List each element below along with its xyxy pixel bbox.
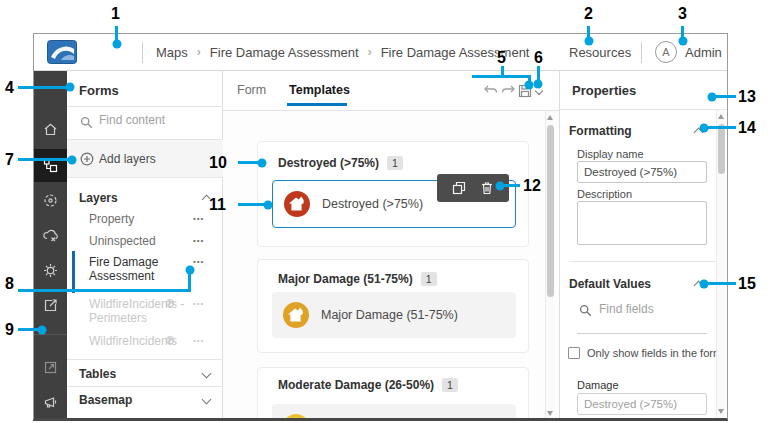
callout-8: 8 — [5, 275, 14, 293]
nav-collapse-button[interactable]: » — [34, 419, 67, 421]
scroll-up-arrow[interactable] — [547, 115, 553, 120]
tables-section-header[interactable]: Tables — [79, 367, 116, 381]
chevron-down-icon[interactable] — [202, 395, 212, 405]
add-circle-icon — [80, 152, 94, 166]
display-name-input[interactable] — [577, 161, 707, 183]
group-title: Moderate Damage (26-50%) — [278, 378, 434, 392]
callout-8-line — [18, 289, 191, 292]
nav-geofences-button[interactable] — [34, 184, 67, 217]
breadcrumb-separator: › — [197, 45, 201, 59]
callout-6-line — [537, 66, 540, 80]
damage-field-label: Damage — [577, 379, 619, 391]
group-count-badge: 1 — [442, 378, 458, 392]
nav-open-in-map-viewer-button[interactable] — [34, 351, 67, 384]
layer-options-menu[interactable]: ••• — [193, 236, 204, 245]
scroll-down-arrow[interactable] — [547, 411, 553, 416]
group-header: Destroyed (>75%) 1 — [278, 156, 403, 170]
resources-menu[interactable]: Resources — [569, 34, 631, 70]
callout-2: 2 — [584, 5, 593, 23]
canvas-scrollbar[interactable] — [545, 111, 554, 421]
layer-options-menu[interactable]: ••• — [193, 214, 204, 223]
nav-settings-button[interactable] — [34, 254, 67, 287]
callout-2-dot — [585, 37, 594, 46]
find-fields-input[interactable] — [599, 302, 699, 316]
breadcrumb-maps[interactable]: Maps — [156, 45, 188, 60]
nav-feedback-button[interactable] — [34, 386, 67, 419]
undo-icon[interactable] — [483, 83, 499, 99]
callout-5-dot — [525, 81, 534, 90]
gear-icon — [43, 263, 58, 278]
nav-sharing-button[interactable] — [34, 289, 67, 322]
scrollbar-thumb[interactable] — [547, 125, 554, 297]
layers-section-header[interactable]: Layers — [79, 191, 118, 205]
breadcrumb: Maps › Fire Damage Assessment › Fire Dam… — [156, 34, 529, 70]
form-canvas: Form Templates Destroyed (>75%) 1 — [223, 71, 559, 420]
callout-6: 6 — [534, 49, 543, 67]
only-show-fields-checkbox[interactable] — [568, 347, 580, 359]
layer-options-menu[interactable]: ••• — [193, 257, 204, 266]
layer-options-menu[interactable]: ••• — [193, 336, 204, 345]
forms-panel: Forms Add layers Layers Property ••• Uni… — [67, 71, 223, 420]
nav-home-button[interactable] — [34, 113, 67, 146]
callout-7: 7 — [5, 151, 14, 169]
search-icon — [80, 116, 93, 129]
callout-4: 4 — [5, 79, 14, 97]
offline-cloud-icon — [43, 228, 59, 243]
template-card-major[interactable]: Major Damage (51-75%) — [272, 292, 516, 338]
callout-11: 11 — [209, 196, 226, 214]
search-input[interactable] — [99, 113, 214, 127]
template-label: Moderate Damage (26-50%) — [321, 420, 479, 421]
destroyed-symbol-icon — [284, 191, 310, 217]
description-input[interactable] — [577, 201, 707, 245]
basemap-section-header[interactable]: Basemap — [79, 393, 132, 407]
callout-14-line — [707, 126, 736, 129]
callout-7-line — [18, 158, 68, 161]
breadcrumb-map-name[interactable]: Fire Damage Assessment — [210, 45, 359, 60]
checkbox-label: Only show fields in the form — [587, 347, 722, 359]
callout-13-line — [715, 95, 736, 98]
add-layers-button[interactable]: Add layers — [67, 140, 223, 178]
nav-separator — [34, 334, 67, 335]
layer-options-menu[interactable]: ••• — [193, 299, 204, 308]
callout-3-line — [681, 26, 684, 37]
callout-10-line — [238, 161, 258, 164]
formatting-section-header[interactable]: Formatting — [569, 124, 632, 138]
default-values-section-header[interactable]: Default Values — [569, 277, 651, 291]
callout-6-dot — [534, 80, 543, 89]
avatar[interactable]: A — [655, 41, 677, 63]
share-icon — [43, 298, 58, 313]
scroll-down-arrow[interactable] — [718, 409, 724, 414]
callout-4-line — [18, 86, 66, 89]
damage-default-value-input[interactable] — [577, 393, 707, 415]
properties-scrollbar[interactable] — [716, 110, 725, 420]
nav-forms-button[interactable] — [34, 149, 67, 182]
duplicate-icon[interactable] — [452, 181, 466, 195]
tab-form[interactable]: Form — [237, 83, 266, 97]
group-header: Major Damage (51-75%) 1 — [278, 272, 437, 286]
find-content-search[interactable] — [67, 107, 223, 139]
app-window: Maps › Fire Damage Assessment › Fire Dam… — [33, 33, 728, 421]
scroll-up-arrow[interactable] — [718, 114, 724, 119]
geofences-icon — [43, 193, 58, 208]
divider — [560, 109, 728, 110]
scrollbar-thumb[interactable] — [718, 124, 725, 174]
delete-icon[interactable] — [480, 181, 494, 195]
callout-1-dot — [113, 40, 122, 49]
forms-panel-title: Forms — [79, 83, 119, 98]
template-label: Major Damage (51-75%) — [321, 308, 458, 322]
tab-templates[interactable]: Templates — [289, 83, 350, 97]
layer-label: Fire Damage Assessment — [89, 255, 191, 283]
redo-icon[interactable] — [500, 83, 516, 99]
chevron-down-icon[interactable] — [202, 369, 212, 379]
callout-11-dot — [264, 201, 273, 210]
nav-offline-button[interactable] — [34, 219, 67, 252]
arcgis-logo-icon — [47, 40, 77, 64]
template-card-moderate[interactable]: Moderate Damage (26-50%) — [272, 404, 516, 421]
callout-1: 1 — [111, 5, 120, 23]
callout-3: 3 — [678, 5, 687, 23]
layer-label: Uninspected — [89, 234, 191, 248]
user-menu[interactable]: Admin — [685, 34, 722, 70]
group-count-badge: 1 — [387, 156, 403, 170]
major-damage-symbol-icon — [283, 302, 309, 328]
callout-2-line — [587, 26, 590, 37]
